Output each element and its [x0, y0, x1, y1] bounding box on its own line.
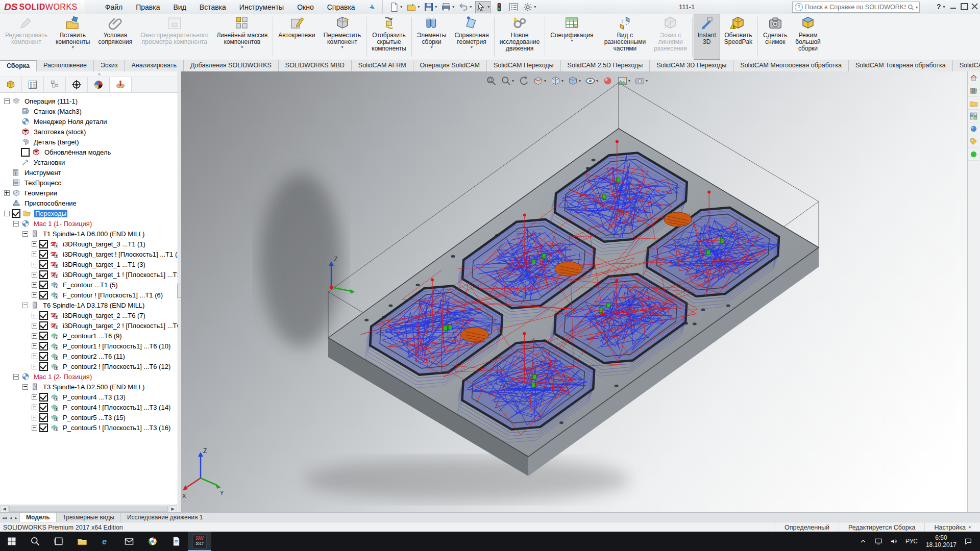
- tab-next-icon[interactable]: ▸: [15, 515, 18, 520]
- search-icon[interactable]: [907, 4, 915, 11]
- tab-SolidCAM 3D Переходы[interactable]: SolidCAM 3D Переходы: [650, 60, 733, 71]
- tree-item[interactable]: TP_contour1 ...T6 (9): [0, 331, 178, 341]
- dropdown-arrow-icon[interactable]: ▾: [72, 45, 74, 49]
- options-list-icon[interactable]: [508, 2, 519, 13]
- dropdown-arrow-icon[interactable]: ▾: [431, 45, 433, 49]
- undo-icon[interactable]: ▾: [458, 2, 472, 13]
- rebuild-icon[interactable]: [494, 2, 505, 13]
- dropdown-arrow-icon[interactable]: ▾: [241, 45, 243, 49]
- ribbon-button-insert-component[interactable]: Вставить компоненты▾: [52, 14, 94, 60]
- tree-expander-icon[interactable]: [32, 415, 37, 420]
- tree-checkbox[interactable]: [21, 148, 30, 157]
- tree-checkbox[interactable]: [39, 413, 48, 422]
- tab-Добавления SOLIDWORKS[interactable]: Добавления SOLIDWORKS: [184, 60, 279, 71]
- tree-checkbox[interactable]: [12, 209, 20, 218]
- tab-Анализировать[interactable]: Анализировать: [125, 60, 184, 71]
- view-settings-icon[interactable]: ▾: [633, 74, 649, 87]
- tree-item[interactable]: TP_contour4 ! [Плоскость1] ...T3 (14): [0, 402, 178, 412]
- tree-item[interactable]: Станок (Mach3): [0, 106, 178, 116]
- apply-scene-icon[interactable]: ▾: [616, 74, 631, 87]
- settings-gear-icon[interactable]: ▾: [522, 2, 536, 13]
- ribbon-button-snapshot[interactable]: Сделать снимок: [759, 14, 791, 60]
- start-icon[interactable]: [0, 532, 23, 551]
- tree-expander-icon[interactable]: [32, 364, 37, 369]
- tree-expander-icon[interactable]: [13, 374, 19, 380]
- status-Настройка[interactable]: Настройка▾: [924, 522, 980, 532]
- ribbon-button-bom[interactable]: Спецификация▾: [546, 14, 597, 60]
- ribbon-button-speedpak[interactable]: !Обновить SpeedPak: [720, 14, 756, 60]
- displaymanager-tab-icon[interactable]: [88, 77, 110, 92]
- tree-checkbox[interactable]: [39, 240, 48, 248]
- tree-expander-icon[interactable]: [32, 333, 37, 339]
- ribbon-button-assembly-features[interactable]: Элементы сборки▾: [413, 14, 451, 60]
- tab-SolidCAM 2.5D Переходы[interactable]: SolidCAM 2.5D Переходы: [561, 60, 650, 71]
- menu-Справка[interactable]: Справка: [321, 1, 362, 13]
- tree-expander-icon[interactable]: [32, 241, 37, 247]
- cam-model-view[interactable]: ZZXY: [181, 71, 968, 512]
- tree-item[interactable]: Mac 1 (1- Позиция): [0, 218, 178, 229]
- menu-Файл[interactable]: Файл: [99, 1, 129, 13]
- scroll-right-icon[interactable]: ▶: [168, 505, 177, 512]
- dimxpertmanager-tab-icon[interactable]: [66, 77, 88, 92]
- network-icon[interactable]: [871, 537, 886, 545]
- tree-expander-icon[interactable]: [32, 313, 37, 318]
- tree-item[interactable]: T3 Spindle-1A D2.500 (END MILL): [0, 382, 178, 392]
- help-search-box[interactable]: ? Поиск в Справке по SOLIDWORKS ▾: [792, 2, 920, 13]
- tree-item[interactable]: Приспособление: [0, 198, 178, 208]
- tree-item[interactable]: Переходы: [0, 208, 178, 218]
- tree-expander-icon[interactable]: [32, 425, 37, 431]
- tree-item[interactable]: TP_contour2 ...T6 (11): [0, 351, 178, 361]
- ribbon-button-exploded-view[interactable]: Вид с разнесенными частями: [600, 14, 650, 60]
- chrome-icon[interactable]: [141, 532, 164, 551]
- tree-item[interactable]: TF_contour ! [Плоскость1] ...T1 (6): [0, 290, 178, 300]
- tree-checkbox[interactable]: [39, 423, 48, 432]
- ribbon-button-show-hidden[interactable]: Отобразить скрытые компоненты: [368, 14, 410, 60]
- propertymanager-tab-icon[interactable]: [22, 77, 44, 92]
- ribbon-button-mates[interactable]: Условия сопряжения: [94, 14, 136, 60]
- chevron-up-icon[interactable]: [855, 537, 871, 545]
- section-view-icon[interactable]: ▾: [532, 74, 547, 87]
- tree-expander-icon[interactable]: [13, 221, 19, 227]
- tab-Операция SolidCAM[interactable]: Операция SolidCAM: [413, 60, 487, 71]
- tab-SolidCAM Многоосевая обработка[interactable]: SolidCAM Многоосевая обработка: [733, 60, 849, 71]
- model-tab-Трехмерные виды[interactable]: Трехмерные виды: [57, 513, 121, 522]
- ribbon-button-linear-pattern[interactable]: Линейный массив компонентов▾: [212, 14, 272, 60]
- ribbon-button-reference-geometry[interactable]: Справочная геометрия▾: [450, 14, 493, 60]
- design-library-icon[interactable]: [968, 84, 979, 97]
- ribbon-button-move-component[interactable]: Переместить компонент▾: [320, 14, 365, 60]
- appearances-icon[interactable]: [968, 122, 979, 135]
- tree-expander-icon[interactable]: [32, 394, 37, 400]
- tree-expander-icon[interactable]: [32, 323, 37, 329]
- tree-item[interactable]: Геометрии: [0, 188, 178, 198]
- tree-item[interactable]: T6 Spindle-1A D3.178 (END MILL): [0, 300, 178, 310]
- open-icon[interactable]: ▾: [406, 2, 420, 13]
- tree-checkbox[interactable]: [39, 321, 48, 330]
- tree-checkbox[interactable]: [39, 281, 48, 289]
- tree-checkbox[interactable]: [39, 270, 48, 279]
- model-tab-Модель[interactable]: Модель: [20, 513, 56, 522]
- menu-Вставка[interactable]: Вставка: [193, 1, 233, 13]
- tab-SolidCAM Переходы[interactable]: SolidCAM Переходы: [487, 60, 561, 71]
- view-palette-icon[interactable]: [968, 110, 979, 122]
- language-indicator[interactable]: РУС: [901, 538, 922, 545]
- minimize-button[interactable]: [950, 3, 956, 9]
- tree-expander-icon[interactable]: [32, 282, 37, 288]
- volume-icon[interactable]: [886, 537, 901, 545]
- tab-Расположение[interactable]: Расположение: [37, 60, 94, 71]
- tree-checkbox[interactable]: [39, 342, 48, 350]
- scroll-thumb[interactable]: [9, 506, 168, 512]
- tree-item[interactable]: ТехПроцесс: [0, 178, 178, 188]
- tree-expander-icon[interactable]: [22, 384, 28, 390]
- tree-checkbox[interactable]: [39, 260, 48, 269]
- tree-item[interactable]: Менеджер Ноля детали: [0, 116, 178, 127]
- tree-checkbox[interactable]: [39, 362, 48, 371]
- tree-item[interactable]: Mac 1 (2- Позиция): [0, 371, 178, 382]
- model-tab-Исследование движения 1[interactable]: Исследование движения 1: [121, 513, 210, 522]
- tree-checkbox[interactable]: [39, 311, 48, 320]
- scroll-left-icon[interactable]: ◀: [0, 505, 9, 512]
- ribbon-button-motion-study[interactable]: Новое исследование движения: [496, 14, 544, 60]
- tree-expander-icon[interactable]: [32, 292, 37, 298]
- tree-item[interactable]: 3Ti3DRough_target_2 ...T6 (7): [0, 310, 178, 320]
- tree-item[interactable]: Операция (111-1): [0, 96, 178, 106]
- tab-Эскиз[interactable]: Эскиз: [94, 60, 125, 71]
